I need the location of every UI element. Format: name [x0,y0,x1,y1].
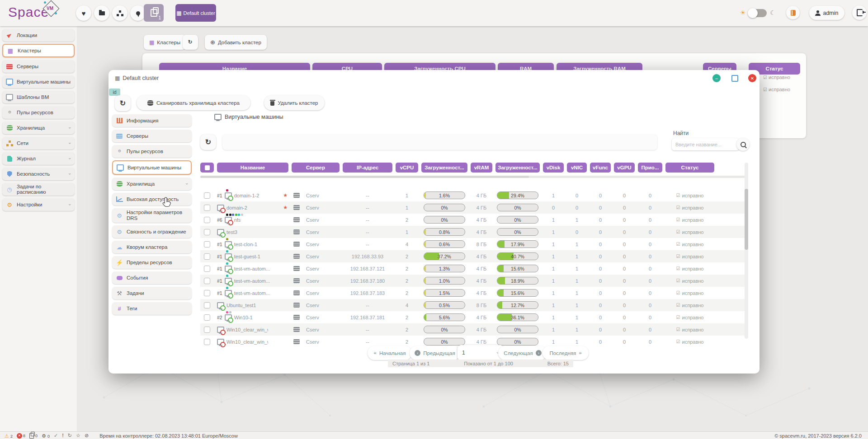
row-checkbox[interactable] [204,266,210,272]
locations-button[interactable] [130,5,146,21]
modal-tab-3[interactable]: Виртуальные машины [112,160,192,175]
vm-table-row[interactable]: #1test-vm-autom...Cserv192.168.37.18021.… [200,275,748,287]
sidebar-item-0[interactable]: Локации [2,29,75,42]
sidebar-item-1[interactable]: ▦Кластеры [2,44,75,57]
page-select[interactable]: 1 › [458,345,504,360]
sidebar-item-3[interactable]: Виртуальные машины [2,75,75,88]
check-icon[interactable]: ✓ [54,433,58,438]
sidebar-item-11[interactable]: ⚙Настройки› [2,198,75,211]
pagination-prev-button[interactable]: ‹ Предыдущая [410,346,460,360]
sidebar-item-4[interactable]: Шаблоны ВМ [2,91,75,103]
pages-indicator[interactable]: 0 [29,433,38,439]
vm-name[interactable]: nfs [234,217,241,223]
sidebar-item-8[interactable]: Журнал› [2,152,75,165]
vm-name[interactable]: test-vm-autom... [234,290,270,296]
scrollbar-thumb[interactable] [200,176,529,178]
server-icon[interactable] [293,339,300,344]
server-icon[interactable] [293,327,300,332]
server-icon[interactable] [293,242,300,247]
row-checkbox[interactable] [204,192,210,199]
sidebar-item-10[interactable]: ◷Задачи по расписанию [2,183,75,196]
server-icon[interactable] [293,290,300,295]
default-cluster-button[interactable]: ▦ Default cluster [175,4,216,22]
sidebar-item-6[interactable]: Хранилища› [2,121,75,134]
modal-tab-10[interactable]: События [112,271,192,284]
select-all-checkbox[interactable] [205,165,210,170]
app-logo[interactable]: Space [8,5,49,20]
vm-name[interactable]: test-clon-1 [234,242,257,247]
server-icon[interactable] [293,193,300,198]
refresh-icon[interactable]: ↻ [68,433,72,438]
server-icon[interactable] [293,217,300,222]
vm-name[interactable]: test-vm-autom... [234,266,270,271]
select-all-header[interactable] [200,163,214,173]
scan-storages-button[interactable]: Сканировать хранилища кластера [137,95,250,110]
warnings-indicator[interactable]: ⚠ 2 [5,433,13,439]
vm-table-row[interactable]: test3Cserv--10.8%4 ГБ0%10000☑исправно [200,226,748,238]
row-checkbox[interactable] [204,314,210,321]
sidebar-item-7[interactable]: Сети› [2,137,75,149]
search-button[interactable] [736,138,750,151]
vm-name[interactable]: test-vm-autom... [234,278,270,284]
row-checkbox[interactable] [204,241,210,248]
errors-indicator[interactable]: ✕ 8 [17,433,25,439]
modal-tab-6[interactable]: ⚙Настройки параметров DRS [112,208,192,223]
row-checkbox[interactable] [204,278,210,284]
modal-tab-8[interactable]: ☁Кворум кластера [112,241,192,253]
modal-tab-11[interactable]: ⚒Задачи [112,287,192,299]
blocked-icon[interactable]: ⊘ [85,433,89,438]
maximize-button[interactable] [731,74,739,82]
docs-button[interactable] [786,6,800,19]
favorite-star-icon[interactable]: ★ [283,205,288,210]
vm-table-row[interactable]: #1domain-1-2★Cserv--11.6%4 ГБ29.4%10000☑… [200,189,748,201]
modal-tab-2[interactable]: ⚙Пулы ресурсов [112,145,192,158]
row-checkbox[interactable] [204,217,210,223]
vm-name[interactable]: domain-1-2 [234,193,259,198]
vm-table-row[interactable]: domain-2★Cserv--10%4 ГБ0%00000☑исправно [200,201,748,214]
server-icon[interactable] [293,205,300,210]
vertical-scrollbar[interactable] [745,163,748,339]
row-checkbox[interactable] [204,290,210,296]
vm-name[interactable]: Win10_clear_win_w... [226,339,268,345]
modal-tab-9[interactable]: ⚡Пределы ресурсов [112,256,192,269]
search-input[interactable] [672,138,739,150]
sidebar-item-2[interactable]: Серверы [2,60,75,73]
modal-tab-0[interactable]: Информация [112,114,192,127]
modal-tab-5[interactable]: Высокая доступность [112,193,192,205]
clone-counter-button[interactable]: 1 [144,4,164,22]
server-icon[interactable] [293,315,300,320]
user-menu-button[interactable]: admin [809,6,844,20]
server-icon[interactable] [293,278,300,283]
server-icon[interactable] [293,266,300,271]
pagination-last-button[interactable]: Последняя » [542,346,589,360]
row-checkbox[interactable] [204,339,210,345]
vm-name[interactable]: Ubuntu_test1 [226,303,256,308]
server-icon[interactable] [293,254,300,259]
add-cluster-button[interactable]: ⊕ Добавить кластер [205,35,267,50]
theme-toggle[interactable] [749,9,767,17]
vm-table-row[interactable]: #1test-vm-autom...Cserv192.168.37.18321.… [200,287,748,299]
vm-table-row[interactable]: Win10_clear_win_w...Cserv--20%4 ГБ0%1100… [200,323,748,336]
vm-table-row[interactable]: #1test-guest-1Cserv192.168.33.93237.2%4 … [200,250,748,262]
server-icon[interactable] [293,303,300,308]
tools-indicator[interactable]: ⚙ 0 [42,433,50,439]
monitoring-button[interactable]: ♥ [76,5,91,21]
favorite-star-icon[interactable]: ★ [283,192,288,198]
vm-table-row[interactable]: #1test-vm-autom...Cserv192.168.37.12121.… [200,262,748,275]
server-icon[interactable] [293,229,300,234]
vm-table-row[interactable]: Ubuntu_test1Cserv--40.5%8 ГБ12.7%11000☑и… [200,299,748,311]
modal-refresh-button[interactable]: ↻ [115,95,131,111]
exclamation-icon[interactable]: ! [62,433,64,438]
close-button[interactable]: ✕ [748,74,756,82]
vm-name[interactable]: Win10-1 [234,315,253,320]
vm-table-row[interactable]: #2Win10-1Cserv192.168.37.18125.6%4 ГБ36.… [200,311,748,323]
horizontal-scrollbar[interactable] [200,176,748,178]
sidebar-item-5[interactable]: ⚙Пулы ресурсов [2,106,75,119]
row-checkbox[interactable] [204,253,210,260]
modal-tab-1[interactable]: Серверы [112,130,192,142]
logout-button[interactable] [852,5,867,20]
row-checkbox[interactable] [204,327,210,333]
vm-name[interactable]: test-guest-1 [234,254,260,259]
pagination-next-button[interactable]: Следующая › [498,346,547,360]
row-checkbox[interactable] [204,229,210,235]
